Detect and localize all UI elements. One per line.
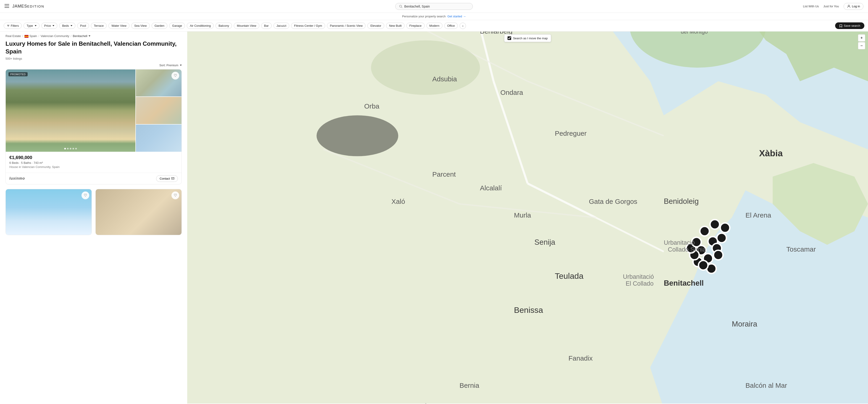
modern-filter[interactable]: Modern bbox=[427, 23, 442, 29]
sea-view-filter[interactable]: Sea View bbox=[131, 23, 150, 29]
pool-filter[interactable]: Pool bbox=[77, 23, 89, 29]
svg-text:Moraira: Moraira bbox=[732, 320, 757, 328]
svg-point-31 bbox=[713, 250, 723, 260]
garden-filter[interactable]: Garden bbox=[152, 23, 167, 29]
bar-filter[interactable]: Bar bbox=[261, 23, 272, 29]
search-as-move-container[interactable]: Search as I move the map bbox=[504, 34, 551, 42]
save-listing-button[interactable]: ♡ bbox=[172, 72, 179, 80]
svg-text:Senija: Senija bbox=[534, 238, 555, 246]
menu-icon[interactable] bbox=[5, 4, 9, 8]
office-filter[interactable]: Office bbox=[444, 23, 458, 29]
card-footer: luxinmo Contact bbox=[6, 173, 182, 184]
save-search-button[interactable]: Save search bbox=[835, 22, 864, 29]
image-dots bbox=[64, 148, 77, 149]
search-icon bbox=[399, 5, 402, 8]
breadcrumb-spain[interactable]: Spain bbox=[24, 34, 37, 38]
save-listing-3-button[interactable]: ♡ bbox=[172, 192, 179, 199]
garage-filter[interactable]: Garage bbox=[169, 23, 185, 29]
panoramic-filter[interactable]: Panoramic / Scenic View bbox=[327, 23, 366, 29]
svg-point-37 bbox=[710, 220, 720, 229]
listings-count: 500+ listings bbox=[0, 56, 187, 63]
map-controls: + − bbox=[858, 34, 865, 49]
map-svg: Parc Natural del Montgó Monte bbox=[187, 32, 868, 404]
svg-text:Xaló: Xaló bbox=[392, 198, 405, 205]
breadcrumb-sep-2: / bbox=[38, 34, 39, 38]
svg-text:Xàbia: Xàbia bbox=[759, 148, 783, 158]
breadcrumb-sep-3: / bbox=[70, 34, 71, 38]
filters-bar: Filters Type Price Beds Pool Terrace Wat… bbox=[0, 20, 868, 32]
svg-line-4 bbox=[401, 7, 402, 8]
fitness-center-filter[interactable]: Fitness Center / Gym bbox=[291, 23, 325, 29]
svg-point-3 bbox=[400, 5, 402, 7]
side-images: ♡ bbox=[136, 69, 182, 152]
svg-text:Benidoleig: Benidoleig bbox=[664, 197, 699, 205]
scroll-filters-right[interactable]: › bbox=[460, 23, 466, 29]
small-card-image-1[interactable]: ♡ bbox=[6, 189, 92, 235]
beds-filter[interactable]: Beds bbox=[59, 23, 75, 29]
svg-text:El Collado: El Collado bbox=[625, 280, 653, 287]
small-card-image-2[interactable]: ♡ bbox=[96, 189, 182, 235]
agent-name: luxinmo bbox=[9, 176, 25, 180]
svg-point-19 bbox=[371, 40, 480, 95]
contact-button[interactable]: Contact bbox=[156, 175, 178, 182]
side-image-3[interactable] bbox=[136, 124, 182, 152]
site-logo[interactable]: JAMESEDITION bbox=[12, 4, 44, 9]
dot-4[interactable] bbox=[72, 148, 74, 149]
page-title: Luxury Homes for Sale in Benitachell, Va… bbox=[0, 39, 187, 56]
terrace-filter[interactable]: Terrace bbox=[91, 23, 106, 29]
card-body: €1,690,000 6 Beds · 5 Baths · 743 m² Hou… bbox=[6, 152, 182, 173]
dot-3[interactable] bbox=[70, 148, 71, 149]
svg-rect-2 bbox=[5, 7, 9, 8]
air-conditioning-filter[interactable]: Air Conditioning bbox=[187, 23, 214, 29]
fireplace-filter[interactable]: Fireplace bbox=[406, 23, 425, 29]
personalize-bar: Personalize your property search Get sta… bbox=[0, 13, 868, 20]
listing-card-2: ♡ bbox=[5, 189, 92, 235]
filter-icon bbox=[7, 24, 10, 27]
dot-2[interactable] bbox=[67, 148, 69, 149]
svg-text:del Montgó: del Montgó bbox=[681, 32, 708, 35]
contact-icon bbox=[171, 177, 175, 180]
card-images: PROMOTED ♡ bbox=[6, 69, 182, 152]
elevator-filter[interactable]: Elevator bbox=[367, 23, 384, 29]
svg-text:Collado Senia: Collado Senia bbox=[668, 246, 706, 253]
dot-1[interactable] bbox=[64, 148, 66, 149]
new-built-filter[interactable]: New Built bbox=[386, 23, 405, 29]
balcony-filter[interactable]: Balcony bbox=[216, 23, 232, 29]
svg-text:Alcalalí: Alcalalí bbox=[480, 184, 502, 192]
get-started-link[interactable]: Get started → bbox=[447, 15, 466, 18]
search-bar[interactable] bbox=[395, 3, 473, 10]
list-with-us-link[interactable]: List With Us bbox=[803, 5, 819, 8]
bookmark-icon bbox=[839, 24, 842, 27]
svg-text:Orba: Orba bbox=[364, 103, 379, 110]
just-for-you-link[interactable]: Just for You bbox=[824, 5, 839, 8]
save-listing-2-button[interactable]: ♡ bbox=[82, 192, 89, 199]
login-button[interactable]: Log in bbox=[844, 3, 863, 10]
promoted-badge: PROMOTED bbox=[8, 72, 28, 76]
jacuzzi-filter[interactable]: Jacuzzi bbox=[274, 23, 289, 29]
svg-point-36 bbox=[720, 223, 730, 233]
svg-point-24 bbox=[700, 227, 709, 236]
breadcrumb-real-estate[interactable]: Real Estate bbox=[5, 34, 21, 38]
search-as-move-checkbox[interactable] bbox=[507, 36, 511, 40]
svg-point-35 bbox=[717, 233, 726, 243]
breadcrumb: Real Estate / Spain / Valencian Communit… bbox=[0, 32, 187, 39]
map-panel: Parc Natural del Montgó Monte bbox=[187, 32, 868, 404]
zoom-out-button[interactable]: − bbox=[858, 42, 865, 49]
price-filter[interactable]: Price bbox=[41, 23, 58, 29]
mountain-view-filter[interactable]: Mountain View bbox=[234, 23, 259, 29]
dot-5[interactable] bbox=[75, 148, 77, 149]
breadcrumb-benitachell[interactable]: Benitachell bbox=[73, 34, 91, 38]
search-input[interactable] bbox=[404, 5, 469, 8]
map-container[interactable]: Parc Natural del Montgó Monte bbox=[187, 32, 868, 404]
filters-button[interactable]: Filters bbox=[4, 23, 22, 29]
type-filter[interactable]: Type bbox=[24, 23, 39, 29]
svg-text:Murla: Murla bbox=[514, 211, 531, 219]
breadcrumb-valencian[interactable]: Valencian Community bbox=[41, 34, 69, 38]
zoom-in-button[interactable]: + bbox=[858, 34, 865, 41]
main-listing-image[interactable]: PROMOTED bbox=[6, 69, 135, 152]
listing-card-3: ♡ bbox=[95, 189, 182, 235]
side-image-1[interactable]: ♡ bbox=[136, 69, 182, 97]
side-image-2[interactable] bbox=[136, 97, 182, 124]
sort-button[interactable]: Sort: Premium bbox=[159, 63, 182, 67]
water-view-filter[interactable]: Water View bbox=[108, 23, 129, 29]
